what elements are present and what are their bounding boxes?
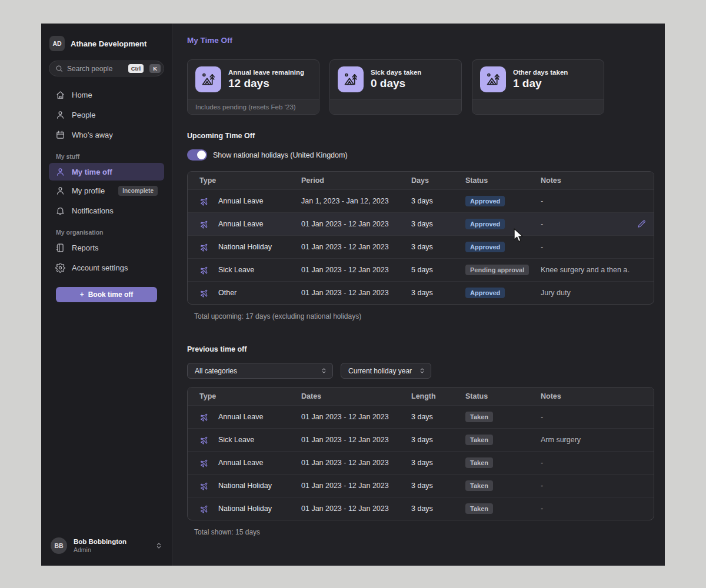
type-label: National Holiday (218, 482, 272, 490)
main-content: My Time Off Annual leave remaining 12 da… (172, 24, 665, 566)
previous-total: Total shown: 15 days (194, 528, 654, 536)
period-value: 01 Jan 2023 - 12 Jan 2023 (301, 266, 411, 274)
chevron-updown-icon (155, 542, 162, 550)
stat-value: 12 days (228, 77, 304, 90)
sidebar-item-my-time-off[interactable]: My time off (49, 163, 164, 181)
status-badge: Taken (465, 457, 493, 468)
category-filter-select[interactable]: All categories (187, 363, 333, 379)
user-role: Admin (74, 546, 126, 553)
sidebar-item-reports[interactable]: Reports (49, 238, 164, 258)
days-value: 3 days (411, 505, 465, 513)
app-window: AD Athane Development Search people Ctrl… (41, 24, 665, 566)
sidebar-item-people[interactable]: People (49, 105, 164, 125)
table-row[interactable]: National Holiday01 Jan 2023 - 12 Jan 202… (188, 474, 654, 497)
table-row[interactable]: Other01 Jan 2023 - 12 Jan 20233 daysAppr… (188, 281, 654, 304)
days-value: 3 days (411, 482, 465, 490)
stat-card-annual-leave: Annual leave remaining 12 days Includes … (187, 59, 319, 115)
national-holidays-toggle-row: Show national holidays (United Kingdom) (187, 149, 654, 161)
table-row[interactable]: National Holiday01 Jan 2023 - 12 Jan 202… (188, 497, 654, 520)
upcoming-heading: Upcoming Time Off (187, 132, 654, 140)
holiday-year-filter-value: Current holiday year (348, 367, 413, 375)
notes-value: - (541, 482, 630, 490)
column-header: Type (188, 392, 301, 400)
sidebar-item-label: My time off (72, 168, 112, 176)
type-label: National Holiday (218, 505, 272, 513)
holiday-year-filter-select[interactable]: Current holiday year (341, 363, 431, 379)
national-holidays-toggle[interactable] (187, 149, 207, 161)
book-time-off-label: Book time off (88, 290, 134, 299)
period-value: 01 Jan 2023 - 12 Jan 2023 (301, 482, 411, 490)
table-row[interactable]: Annual Leave01 Jan 2023 - 12 Jan 20233 d… (188, 451, 654, 474)
org-name: Athane Development (71, 39, 146, 48)
search-input[interactable]: Search people Ctrl K (49, 61, 164, 76)
status-badge: Approved (465, 196, 505, 206)
sidebar-item-label: My profile (72, 186, 105, 195)
days-value: 3 days (411, 459, 465, 467)
table-row[interactable]: Sick Leave01 Jan 2023 - 12 Jan 20233 day… (188, 428, 654, 451)
user-menu[interactable]: BB Bob Bobbington Admin (41, 528, 172, 566)
toggle-knob (197, 151, 206, 159)
table-row[interactable]: Annual Leave01 Jan 2023 - 12 Jan 20233 d… (188, 212, 654, 235)
page-title: My Time Off (187, 36, 654, 45)
column-header: Status (465, 176, 541, 185)
org-switcher[interactable]: AD Athane Development (41, 24, 172, 51)
bell-icon (55, 206, 65, 216)
stat-cards: Annual leave remaining 12 days Includes … (187, 59, 654, 115)
camping-icon (338, 66, 364, 92)
days-value: 3 days (411, 413, 465, 421)
sidebar-item-notifications[interactable]: Notifications (49, 201, 164, 220)
table-row[interactable]: National Holiday01 Jan 2023 - 12 Jan 202… (188, 235, 654, 258)
stat-card-sick-days: Sick days taken 0 days (329, 59, 462, 115)
table-row[interactable]: Annual LeaveJan 1, 2023 - Jan 12, 20233 … (188, 189, 654, 212)
stat-label: Other days taken (513, 69, 568, 76)
sidebar-item-my-profile[interactable]: My profile Incomplete (49, 181, 164, 201)
calendar-icon (55, 130, 65, 140)
period-value: 01 Jan 2023 - 12 Jan 2023 (301, 459, 411, 467)
type-label: Other (218, 289, 237, 297)
upcoming-table: Type Period Days Status Notes Annual Lea… (187, 171, 654, 305)
sidebar-item-account-settings[interactable]: Account settings (49, 258, 164, 278)
plane-icon (199, 481, 209, 491)
edit-pencil-icon[interactable] (637, 219, 647, 229)
sidebar-item-home[interactable]: Home (49, 85, 164, 105)
table-row[interactable]: Annual Leave01 Jan 2023 - 12 Jan 20233 d… (188, 405, 654, 428)
period-value: 01 Jan 2023 - 12 Jan 2023 (301, 243, 411, 251)
previous-table: Type Dates Length Status Notes Annual Le… (187, 387, 654, 520)
table-row[interactable]: Sick Leave01 Jan 2023 - 12 Jan 20235 day… (188, 258, 654, 281)
shortcut-ctrl-badge: Ctrl (128, 64, 144, 73)
sidebar: AD Athane Development Search people Ctrl… (41, 24, 172, 566)
column-header: Length (411, 392, 465, 400)
previous-heading: Previous time off (187, 345, 654, 353)
chevron-updown-icon (321, 367, 327, 375)
notes-value: Jury duty (541, 289, 630, 297)
period-value: Jan 1, 2023 - Jan 12, 2023 (301, 197, 411, 205)
upcoming-total: Total upcoming: 17 days (excluding natio… (194, 312, 654, 320)
shortcut-k-badge: K (149, 64, 161, 73)
plane-icon (199, 265, 209, 275)
camping-icon (195, 66, 221, 92)
column-header: Dates (301, 392, 411, 400)
column-header: Notes (541, 392, 630, 400)
period-value: 01 Jan 2023 - 12 Jan 2023 (301, 505, 411, 513)
period-value: 01 Jan 2023 - 12 Jan 2023 (301, 220, 411, 228)
book-time-off-button[interactable]: + Book time off (56, 287, 157, 302)
type-label: Sick Leave (218, 266, 254, 274)
previous-table-header: Type Dates Length Status Notes (188, 387, 654, 405)
desktop: { "colors": { "accent_purple": "#8f86e8"… (0, 0, 706, 588)
sidebar-nav: Home People Who’s away My stuff My time (41, 85, 172, 278)
stat-footnote (472, 99, 604, 114)
days-value: 3 days (411, 289, 465, 297)
person-icon (55, 186, 65, 196)
type-label: Annual Leave (218, 413, 263, 421)
period-value: 01 Jan 2023 - 12 Jan 2023 (301, 413, 411, 421)
days-value: 5 days (411, 266, 465, 274)
sidebar-item-whos-away[interactable]: Who’s away (49, 125, 164, 145)
person-icon (55, 110, 65, 120)
notes-value: - (541, 459, 630, 467)
search-icon (55, 65, 63, 72)
type-label: Sick Leave (218, 436, 254, 444)
status-badge: Taken (465, 503, 493, 514)
column-header: Status (465, 392, 541, 400)
home-icon (55, 90, 65, 100)
notes-value: - (541, 197, 630, 205)
